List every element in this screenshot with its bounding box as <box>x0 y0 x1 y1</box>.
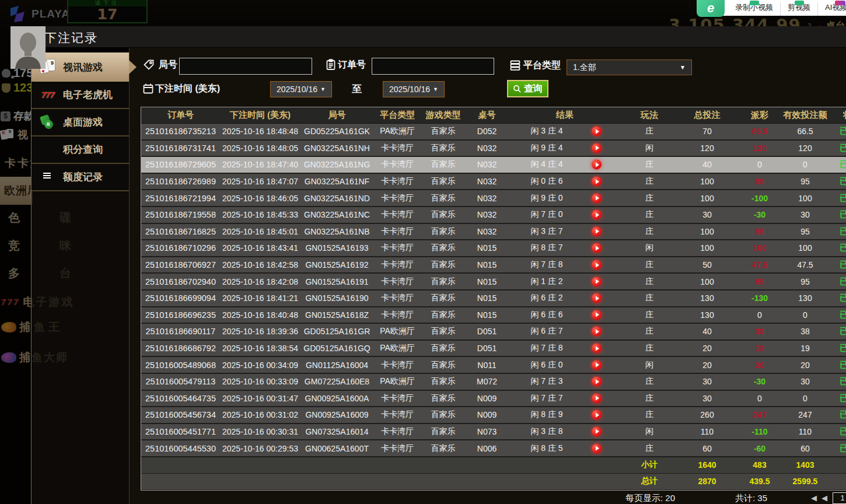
ai-video-button[interactable]: AI视频工 <box>817 2 846 16</box>
ai-icon <box>835 1 845 5</box>
table-row[interactable]: 2510160054890682025-10-16 00:34:09GN0112… <box>141 357 846 374</box>
valid-bet-cell: 110 <box>783 424 827 440</box>
sidebar-item-table-games[interactable]: 桌面游戏 <box>32 109 129 136</box>
sidebar-item-slots[interactable]: 777 电子老虎机 <box>32 82 129 109</box>
play-button[interactable] <box>592 393 602 403</box>
play-button[interactable] <box>592 344 602 354</box>
play-button[interactable] <box>592 160 602 170</box>
grand-total-label: 总计 <box>621 474 678 489</box>
payout-cell: 100 <box>736 240 783 256</box>
table-row[interactable]: 2510161867317412025-10-16 18:48:05GN0322… <box>141 141 846 158</box>
play-button[interactable] <box>592 426 602 436</box>
header-play-type: 玩法 <box>621 107 678 123</box>
bet-time-cell: 2025-10-16 00:34:09 <box>220 357 300 373</box>
play-button[interactable] <box>592 177 602 187</box>
order-no-cell: 251016005479113 <box>141 374 220 390</box>
prev-page-button[interactable]: ◀ <box>821 494 827 502</box>
date-to-picker[interactable]: 2025/10/16▼ <box>383 81 445 97</box>
header-game-type: 游戏类型 <box>421 107 465 123</box>
play-button[interactable] <box>592 327 602 337</box>
cut-video-button[interactable]: 剪视频 <box>780 2 817 16</box>
play-button[interactable] <box>592 210 602 220</box>
status-cell: 已派彩 <box>827 224 846 240</box>
result-cell: 闲 6 庄 0 <box>509 357 621 373</box>
sidebar-item-video-games[interactable]: 9K♥ 视讯游戏 <box>32 52 129 82</box>
payout-cell: 0 <box>736 307 783 323</box>
table-row[interactable]: 2510161866867922025-10-16 18:38:54GD0512… <box>141 341 846 358</box>
round-no-input[interactable] <box>179 58 312 75</box>
record-video-button[interactable]: 录制小视频 <box>728 2 780 16</box>
play-button[interactable] <box>592 243 602 253</box>
order-no-cell: 251016005489068 <box>141 357 220 373</box>
play-button[interactable] <box>592 377 602 387</box>
clipboard-icon <box>325 59 337 71</box>
table-row[interactable]: 2510161867168252025-10-16 18:45:01GN0322… <box>141 224 846 241</box>
result-text: 闲 6 庄 0 <box>509 360 585 370</box>
table-row[interactable]: 2510161867195582025-10-16 18:45:33GN0322… <box>141 207 846 224</box>
play-button[interactable] <box>592 410 602 420</box>
result-cell: 闲 8 庄 9 <box>509 407 621 423</box>
game-type-cell: 百家乐 <box>421 357 465 373</box>
platform-type-select[interactable]: 1.全部 ▼ <box>567 60 692 75</box>
play-button[interactable] <box>592 143 602 153</box>
platform-cell: 卡卡湾厅 <box>373 174 421 190</box>
sidebar-item-points[interactable]: 积分查询 <box>32 136 129 164</box>
table-row[interactable]: 2510161867069272025-10-16 18:42:58GN0152… <box>141 257 846 274</box>
table-row[interactable]: 2510161867102962025-10-16 18:43:41GN0152… <box>141 240 846 257</box>
modal-title-bar: 下注记录 <box>32 26 846 48</box>
table-row[interactable]: 2510160054567342025-10-16 00:31:02GN0092… <box>141 407 846 424</box>
table-row[interactable]: 2510160054455302025-10-16 00:29:53GN0062… <box>141 440 846 457</box>
play-button[interactable] <box>592 127 602 136</box>
table-row[interactable]: 2510161866962352025-10-16 18:40:48GN0152… <box>141 307 846 324</box>
play-button[interactable] <box>592 360 602 370</box>
bet-time-cell: 2025-10-16 18:42:08 <box>220 274 300 289</box>
game-type-cell: 百家乐 <box>421 207 465 223</box>
table-row[interactable]: 2510161866990942025-10-16 18:41:21GN0152… <box>141 290 846 307</box>
total-bet-cell: 100 <box>678 190 736 206</box>
valid-bet-cell: 66.5 <box>783 124 827 139</box>
date-from-picker[interactable]: 2025/10/16▼ <box>270 81 332 97</box>
payout-cell: 95 <box>736 274 783 289</box>
table-no-cell: N032 <box>465 157 509 173</box>
play-button[interactable] <box>592 443 602 453</box>
total-bet-cell: 40 <box>678 157 736 173</box>
play-button[interactable] <box>592 293 602 303</box>
table-row[interactable]: 2510161866901172025-10-16 18:39:36GD0512… <box>141 324 846 341</box>
valid-bet-cell: 95 <box>783 274 827 289</box>
table-row[interactable]: 2510160054517712025-10-16 00:30:31GN0732… <box>141 424 846 441</box>
order-no-cell: 251016186686792 <box>141 341 220 356</box>
round-no-cell: GN03225A161NH <box>300 141 373 156</box>
query-button[interactable]: 查询 <box>507 80 548 97</box>
status-cell: 已派彩 <box>827 141 846 156</box>
table-row[interactable]: 2510161867296052025-10-16 18:47:40GN0322… <box>141 157 846 174</box>
table-row[interactable]: 2510160054647352025-10-16 00:31:47GN0092… <box>141 391 846 408</box>
result-text: 闲 4 庄 4 <box>509 159 585 170</box>
order-no-input[interactable] <box>372 58 494 75</box>
play-type-cell: 庄 <box>621 290 678 306</box>
game-type-cell: 百家乐 <box>421 257 465 273</box>
platform-icon <box>509 60 521 71</box>
play-button[interactable] <box>592 226 602 236</box>
first-page-button[interactable]: ◀ <box>811 494 817 502</box>
subtotal-total-bet: 1640 <box>678 457 736 473</box>
play-button[interactable] <box>592 193 602 203</box>
play-button[interactable] <box>592 260 602 270</box>
result-cell: 闲 3 庄 8 <box>509 424 621 440</box>
bet-time-cell: 2025-10-16 18:41:21 <box>220 290 300 306</box>
recorder-app-icon[interactable]: e <box>697 0 725 17</box>
valid-bet-cell: 0 <box>783 307 827 323</box>
play-button[interactable] <box>592 276 602 286</box>
table-row[interactable]: 2510161867029402025-10-16 18:42:08GN0152… <box>141 274 846 290</box>
result-cell: 闲 3 庄 7 <box>509 224 621 240</box>
round-no-cell: GN00925A1600A <box>300 391 373 407</box>
table-row[interactable]: 2510161867269892025-10-16 18:47:07GN0322… <box>141 174 846 191</box>
order-no-cell: 251016186710296 <box>141 240 220 256</box>
table-row[interactable]: 2510161867219942025-10-16 18:46:05GN0322… <box>141 190 846 207</box>
sidebar-item-quota-records[interactable]: 额度记录 <box>32 164 129 191</box>
table-row[interactable]: 2510160054791132025-10-16 00:33:09GM0722… <box>141 374 846 391</box>
table-no-cell: N032 <box>465 141 509 156</box>
play-button[interactable] <box>592 310 602 320</box>
table-row[interactable]: 2510161867352132025-10-16 18:48:48GD0522… <box>141 124 846 141</box>
result-cell: 闲 9 庄 0 <box>509 190 621 206</box>
page-number-input[interactable]: 1 <box>833 492 846 504</box>
